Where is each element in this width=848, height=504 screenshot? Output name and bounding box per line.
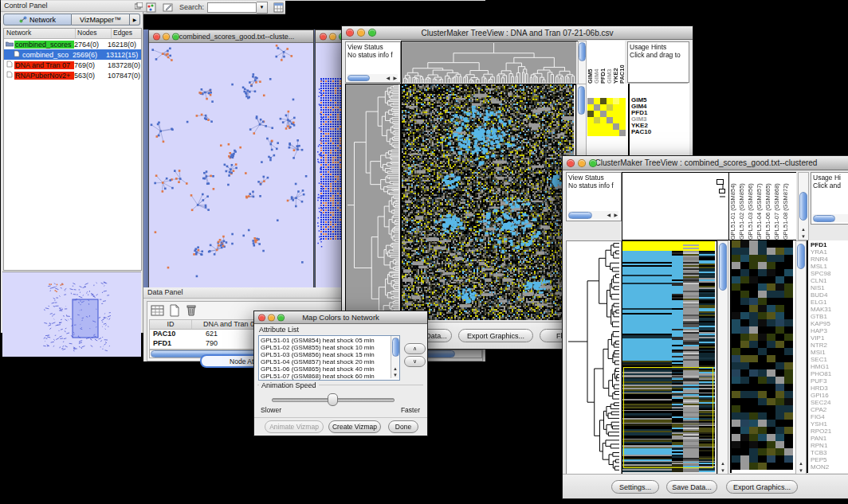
tv2-gene[interactable]: NIS1 xyxy=(811,284,848,291)
attribute-item[interactable]: GPL51-06 (GSM865) heat shock 40 min xyxy=(261,365,390,373)
save-data-button[interactable]: Save Data... xyxy=(666,480,717,494)
tab-network[interactable]: Network xyxy=(3,14,72,25)
animate-vizmap-button[interactable]: Animate Vizmap xyxy=(265,420,324,433)
tv1-gene[interactable]: GIM4 xyxy=(631,104,689,110)
treeview2-titlebar[interactable]: ClusterMaker TreeView : combined_scores_… xyxy=(563,156,848,170)
tv1-gene[interactable]: GIM5 xyxy=(631,97,689,104)
close-button[interactable] xyxy=(346,29,354,37)
scroll-up-icon[interactable]: ▲ xyxy=(393,366,398,371)
tv1-column-label[interactable]: PFD1 xyxy=(599,41,606,84)
scroll-left-icon[interactable]: ◀ xyxy=(607,213,610,217)
tv1-heatmap[interactable] xyxy=(401,84,576,322)
vizmapper-icon[interactable] xyxy=(145,2,158,14)
trash-icon[interactable] xyxy=(185,303,198,320)
minimize-button[interactable] xyxy=(268,314,275,321)
attribute-item[interactable]: GPL51-03 (GSM856) heat shock 15 min xyxy=(261,351,390,358)
minimize-button[interactable] xyxy=(329,33,336,40)
tv1-collabel-vscrollbar[interactable] xyxy=(578,41,587,85)
create-vizmap-button[interactable]: Create Vizmap xyxy=(328,420,381,433)
tv1-zoom-heatmap[interactable] xyxy=(587,98,626,136)
network-row[interactable]: DNA and Tran 07769(0)183728(0) xyxy=(4,60,141,70)
scroll-right-icon[interactable]: ▶ xyxy=(614,213,618,217)
tv1-gene[interactable]: PAC10 xyxy=(631,129,689,135)
tv2-usage-hscrollbar[interactable] xyxy=(812,214,848,222)
network-view-titlebar[interactable]: combined_scores_good.txt--cluste... xyxy=(149,30,313,43)
tv2-gene[interactable]: YRA1 xyxy=(811,248,848,256)
tv1-status-hscrollbar[interactable]: ◀ ▶ xyxy=(347,74,398,81)
tv2-gene[interactable]: MAK31 xyxy=(811,306,848,313)
tv2-gene[interactable]: RPN1 xyxy=(811,442,848,449)
attribute-item[interactable]: GPL51-07 (GSM868) heat shock 60 min xyxy=(261,373,390,380)
tv2-gene[interactable]: YSH1 xyxy=(811,420,848,428)
scroll-up-icon[interactable]: ▲ xyxy=(801,227,806,232)
tv2-gene[interactable]: FIG4 xyxy=(811,413,848,420)
tv1-column-label[interactable]: GIM4 xyxy=(593,41,599,84)
attribute-item[interactable]: GPL51-04 (GSM857) heat shock 20 min xyxy=(261,358,390,365)
tabs-overflow-button[interactable]: ▶ xyxy=(130,14,140,25)
done-button[interactable]: Done xyxy=(388,420,418,433)
tv2-gene[interactable]: MSL1 xyxy=(811,263,848,270)
network-row[interactable]: combined_sco2569(6)13112(15) xyxy=(4,49,141,60)
close-button[interactable] xyxy=(320,33,327,40)
tv1-column-dendrogram[interactable] xyxy=(401,41,579,85)
tv2-gene[interactable]: MON2 xyxy=(811,463,848,471)
col-nodes[interactable]: Nodes xyxy=(76,29,112,38)
close-button[interactable] xyxy=(567,159,575,167)
tv2-heatmap-vscrollbar[interactable]: ▲ ▼ xyxy=(717,240,728,475)
tv1-column-label[interactable]: YKE2 xyxy=(612,41,618,84)
minimize-button[interactable] xyxy=(578,159,586,167)
tv2-gene[interactable]: PFD1 xyxy=(811,241,848,248)
tv2-status-hscrollbar[interactable]: ◀ ▶ xyxy=(567,211,618,219)
export-graphics-button[interactable]: Export Graphics... xyxy=(726,480,798,494)
scroll-right-icon[interactable]: ▶ xyxy=(393,76,397,80)
tv2-gene[interactable]: GTB1 xyxy=(811,313,848,320)
tv2-gene[interactable]: GPI16 xyxy=(811,392,848,399)
tv2-gene[interactable]: PHO81 xyxy=(811,370,848,377)
attribute-list-vscrollbar[interactable]: ▲ ▼ xyxy=(391,336,399,378)
tv2-gene[interactable]: SEC24 xyxy=(811,399,848,406)
scroll-down-icon[interactable]: ▼ xyxy=(799,468,803,473)
network-canvas[interactable] xyxy=(149,43,312,287)
col-edges[interactable]: Edges xyxy=(112,29,141,38)
zoom-button[interactable] xyxy=(368,29,376,37)
attribute-browser-icon[interactable] xyxy=(273,2,285,14)
tv1-column-label[interactable]: GIM3 xyxy=(606,41,612,84)
tv2-gene[interactable]: HAP3 xyxy=(811,327,848,334)
scroll-down-icon[interactable]: ▼ xyxy=(720,468,725,473)
tv1-row-dendrogram[interactable] xyxy=(345,84,401,322)
tv2-zoom-heatmap[interactable] xyxy=(732,240,794,471)
network-row[interactable]: combined_scores2764(0)16218(0) xyxy=(4,39,141,49)
tv2-gene[interactable]: CLN1 xyxy=(811,277,848,284)
tv2-gene[interactable]: HMG1 xyxy=(811,363,848,370)
tv2-collabel-vscrollbar[interactable]: ▲ ▼ xyxy=(798,172,809,240)
tv2-gene[interactable]: KAP95 xyxy=(811,320,848,327)
tv2-gene[interactable]: PAN1 xyxy=(811,435,848,442)
annotation-icon[interactable] xyxy=(162,2,175,14)
birdseye-panel[interactable] xyxy=(2,272,141,357)
tv2-column-label[interactable]: GPL51-03 (GSM856) xyxy=(747,173,756,240)
tv2-column-label[interactable]: GPL51-08 (GSM872) xyxy=(782,173,791,240)
treeview1-titlebar[interactable]: ClusterMaker TreeView : DNA and Tran 07-… xyxy=(342,26,693,40)
tv2-gene[interactable]: VIP1 xyxy=(811,334,848,342)
tv2-heatmap[interactable] xyxy=(622,240,717,475)
tv2-gene[interactable]: BUD4 xyxy=(811,291,848,299)
tv2-row-dendrogram[interactable] xyxy=(566,240,622,475)
zoom-button[interactable] xyxy=(589,159,597,167)
network-row[interactable]: RNAPuberNov2+563(0)107847(0) xyxy=(4,70,141,80)
search-input[interactable] xyxy=(207,2,257,13)
tv2-column-dendrogram[interactable] xyxy=(622,172,729,240)
scroll-down-icon[interactable]: ▼ xyxy=(801,234,806,239)
tv2-gene[interactable]: HRD3 xyxy=(811,385,848,392)
tv2-gene[interactable]: CPA2 xyxy=(811,406,848,413)
close-button[interactable] xyxy=(153,33,160,40)
tv2-gene[interactable]: TCB3 xyxy=(811,449,848,456)
settings-button[interactable]: Settings... xyxy=(611,480,659,494)
tv2-column-label[interactable]: GPL51-02 (GSM855) xyxy=(738,173,747,240)
move-up-button[interactable]: ∧ xyxy=(404,343,426,354)
minimize-button[interactable] xyxy=(163,33,170,40)
scroll-up-icon[interactable]: ▲ xyxy=(720,461,725,466)
tv2-column-label[interactable]: GPL51-01 (GSM854) xyxy=(729,173,738,240)
zoom-button[interactable] xyxy=(172,33,179,40)
tv1-gene[interactable]: GIM3 xyxy=(631,116,689,123)
tv1-gene[interactable]: PFD1 xyxy=(631,110,689,116)
